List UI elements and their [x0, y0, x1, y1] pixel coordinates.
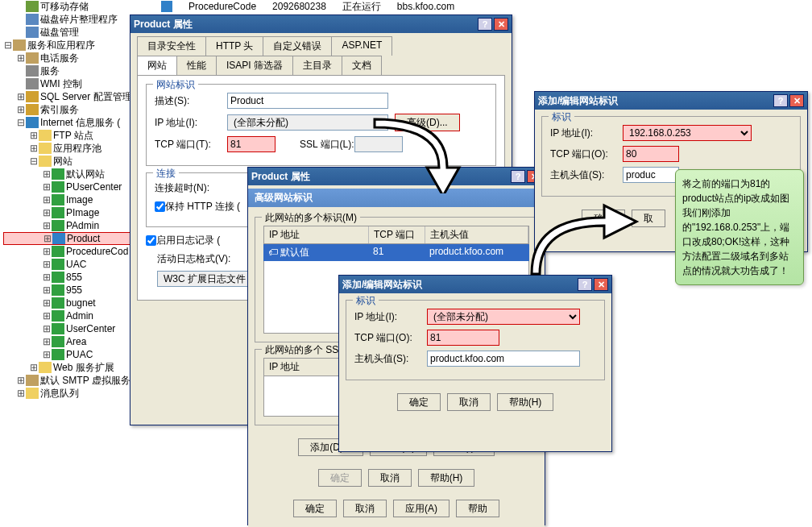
cancel-button[interactable]: 取消 — [447, 393, 491, 411]
tcp-port-input[interactable] — [427, 330, 499, 346]
arrow-1 — [367, 117, 463, 193]
expand-icon[interactable]: ⊞ — [16, 388, 26, 399]
list-header: IP 地址 TCP 端口 主机头值 — [263, 226, 529, 244]
tree-icon — [52, 220, 64, 231]
tree-label: FTP 站点 — [53, 129, 93, 143]
help-icon[interactable]: ? — [511, 170, 525, 183]
tree-icon — [39, 130, 52, 141]
tab[interactable]: 性能 — [176, 56, 217, 75]
expand-icon[interactable]: ⊞ — [42, 297, 52, 309]
tree-icon — [26, 78, 39, 89]
tree-label: PImage — [66, 207, 99, 218]
expand-icon[interactable]: ⊞ — [42, 259, 52, 270]
expand-icon[interactable]: ⊞ — [29, 362, 39, 373]
expand-icon[interactable]: ⊞ — [16, 104, 26, 115]
expand-icon[interactable]: ⊞ — [42, 310, 52, 322]
tree-icon — [26, 91, 39, 102]
tree-label: UAC — [66, 259, 86, 270]
tree-icon — [26, 52, 39, 64]
tree-label: Internet 信息服务 ( — [40, 116, 120, 130]
cancel-button[interactable]: 取消 — [368, 469, 412, 487]
tree-label: 服务 — [40, 64, 60, 78]
tree-icon — [26, 104, 39, 115]
expand-icon[interactable]: ⊞ — [42, 220, 52, 231]
proc-status: 正在运行 — [342, 0, 381, 14]
tab[interactable]: 文档 — [342, 56, 382, 75]
tree-label: Admin — [66, 310, 93, 322]
tree-icon — [52, 168, 64, 180]
expand-icon[interactable]: ⊟ — [29, 156, 39, 167]
ip-select[interactable]: (全部未分配) — [227, 114, 388, 131]
tree-label: 磁盘碎片整理程序 — [40, 13, 118, 27]
expand-icon[interactable]: ⊞ — [16, 91, 26, 102]
expand-icon[interactable]: ⊞ — [42, 272, 52, 283]
expand-icon[interactable]: ⊞ — [43, 233, 52, 244]
tree-label: PUserCenter — [66, 181, 122, 193]
close-icon[interactable]: ✕ — [789, 94, 804, 107]
expand-icon[interactable]: ⊞ — [42, 323, 52, 334]
tree-label: bugnet — [66, 297, 96, 309]
tree-label: 网站 — [53, 155, 72, 168]
tcp-port-input[interactable] — [623, 146, 679, 162]
tab[interactable]: 目录安全性 — [137, 36, 206, 56]
help-button[interactable]: 帮助 — [456, 500, 499, 517]
tree-label: Product — [67, 233, 100, 244]
titlebar[interactable]: Product 属性 ? ✕ — [130, 15, 512, 33]
keep-http-checkbox[interactable] — [155, 201, 165, 212]
expand-icon[interactable]: ⊞ — [42, 207, 52, 218]
ok-button[interactable]: 确定 — [293, 500, 337, 517]
tab[interactable]: 自定义错误 — [263, 36, 332, 56]
help-button[interactable]: 帮助(H) — [497, 393, 554, 411]
expand-icon[interactable]: ⊞ — [42, 194, 52, 205]
tree-icon — [26, 117, 39, 128]
expand-icon[interactable]: ⊞ — [42, 349, 52, 360]
host-header-input[interactable] — [427, 351, 580, 367]
arrow-2 — [516, 193, 644, 282]
close-icon[interactable]: ✕ — [494, 18, 508, 31]
help-button[interactable]: 帮助(H) — [418, 469, 475, 487]
tab[interactable]: 网站 — [137, 56, 177, 75]
apply-button[interactable]: 应用(A) — [393, 500, 450, 517]
tree-item[interactable]: 可移动存储 — [3, 0, 164, 13]
tree-icon — [52, 233, 65, 244]
tree-label: PAdmin — [66, 220, 99, 231]
ip-select[interactable]: (全部未分配) — [427, 309, 580, 325]
proc-pid: 2092680238 — [272, 1, 326, 12]
expand-icon[interactable]: ⊟ — [3, 39, 13, 51]
expand-icon[interactable]: ⊞ — [42, 336, 52, 347]
expand-icon[interactable]: ⊞ — [42, 181, 52, 193]
help-icon[interactable]: ? — [773, 94, 788, 107]
tab[interactable]: ASP.NET — [331, 36, 392, 56]
tree-icon — [52, 194, 64, 205]
tab[interactable]: 主目录 — [292, 56, 342, 75]
tcp-port-input[interactable] — [227, 136, 276, 152]
log-checkbox[interactable] — [146, 235, 156, 246]
tree-label: Image — [66, 194, 93, 205]
ok-button[interactable]: 确定 — [397, 393, 441, 411]
tab[interactable]: HTTP 头 — [205, 36, 263, 56]
expand-icon[interactable]: ⊞ — [42, 246, 52, 257]
help-icon[interactable]: ? — [478, 18, 492, 31]
tree-icon — [52, 246, 64, 257]
tree-label: UserCenter — [66, 323, 115, 334]
expand-icon[interactable]: ⊞ — [42, 168, 52, 180]
expand-icon[interactable]: ⊞ — [16, 375, 26, 386]
cancel-button[interactable]: 取消 — [343, 500, 387, 517]
tree-icon — [26, 27, 39, 38]
expand-icon[interactable]: ⊞ — [29, 143, 39, 154]
desc-input[interactable] — [227, 93, 388, 109]
tab[interactable]: ISAPI 筛选器 — [216, 56, 293, 75]
proc-host: bbs.kfoo.com — [397, 1, 454, 12]
expand-icon[interactable]: ⊟ — [16, 117, 26, 128]
list-row[interactable]: 🏷 默认值 81 product.kfoo.com — [263, 244, 529, 261]
tree-icon — [13, 39, 26, 51]
tree-label: 默认 SMTP 虚拟服务器 — [40, 374, 140, 388]
tree-label: 服务和应用程序 — [27, 39, 95, 52]
expand-icon[interactable]: ⊞ — [29, 130, 39, 141]
expand-icon[interactable]: ⊞ — [16, 52, 26, 64]
titlebar[interactable]: 添加/编辑网站标识 ? ✕ — [535, 92, 807, 110]
tree-label: 应用程序池 — [53, 142, 102, 156]
ip-select[interactable]: 192.168.0.253 — [623, 125, 752, 141]
host-header-input[interactable] — [623, 167, 679, 183]
expand-icon[interactable]: ⊞ — [42, 284, 52, 296]
